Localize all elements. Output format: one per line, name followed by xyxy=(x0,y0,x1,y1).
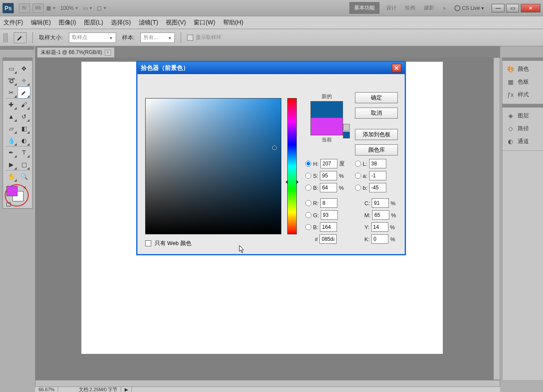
marquee-tool[interactable]: ▭ xyxy=(5,63,18,75)
arrange-dropdown[interactable]: ▭▼ xyxy=(83,5,93,11)
gamut-warning-icon[interactable] xyxy=(343,124,350,131)
s-input[interactable] xyxy=(320,171,337,180)
current-tool-icon[interactable] xyxy=(14,32,27,43)
new-color-swatch[interactable] xyxy=(311,102,343,118)
status-docinfo[interactable]: 文档:2.25M/0 字节 xyxy=(75,386,121,392)
h-input[interactable] xyxy=(320,159,337,168)
gamut-corrected-swatch[interactable] xyxy=(343,132,350,138)
workspace-photo[interactable]: 摄影 xyxy=(424,4,434,12)
cslive-menu[interactable]: CS Live ▾ xyxy=(454,5,484,11)
foreground-color-swatch[interactable] xyxy=(6,186,18,196)
bb-input[interactable] xyxy=(320,222,337,232)
swap-colors-icon[interactable]: ⤭ xyxy=(23,185,28,190)
bv-radio[interactable] xyxy=(305,185,311,191)
path-select-tool[interactable]: ▶ xyxy=(5,159,18,171)
current-color-swatch[interactable] xyxy=(311,118,343,135)
menu-file[interactable]: 文件(F) xyxy=(3,19,23,27)
screenmode-dropdown[interactable]: ▢▼ xyxy=(97,5,107,11)
panel-color[interactable]: 🎨颜色 xyxy=(504,63,541,75)
g-input[interactable] xyxy=(321,210,338,220)
r-radio[interactable] xyxy=(305,200,311,206)
y-input[interactable] xyxy=(371,222,388,232)
default-colors-icon[interactable] xyxy=(6,202,11,206)
move-tool[interactable]: ✥ xyxy=(18,63,30,75)
hue-slider[interactable] xyxy=(287,98,297,234)
lasso-tool[interactable]: ➰ xyxy=(5,75,18,87)
color-swatches[interactable]: ⤭ xyxy=(5,185,30,206)
saturation-brightness-field[interactable] xyxy=(145,98,281,234)
m-input[interactable] xyxy=(372,210,389,220)
minibridge-button[interactable]: Mb xyxy=(33,3,44,13)
menu-select[interactable]: 选择(S) xyxy=(111,19,131,27)
blur-tool[interactable]: 💧 xyxy=(5,135,18,147)
workspace-paint[interactable]: 绘画 xyxy=(405,4,415,12)
k-input[interactable] xyxy=(371,234,388,244)
a-radio[interactable] xyxy=(355,173,361,179)
zoom-tool[interactable]: 🔍 xyxy=(18,171,30,183)
eraser-tool[interactable]: ▱ xyxy=(5,123,18,135)
healing-tool[interactable]: ✚ xyxy=(5,99,18,111)
sample-size-combo[interactable]: 取样点▼ xyxy=(69,33,116,43)
workspace-essentials[interactable]: 基本功能 xyxy=(349,2,379,14)
show-ring-checkbox[interactable] xyxy=(187,35,193,41)
vertical-scrollbar[interactable] xyxy=(493,57,500,380)
menu-help[interactable]: 帮助(H) xyxy=(223,19,243,27)
dialog-title-bar[interactable]: 拾色器（前景色） ✕ xyxy=(137,62,405,74)
hand-tool[interactable]: ✋ xyxy=(5,171,18,183)
dodge-tool[interactable]: ◐ xyxy=(18,135,30,147)
layout-dropdown[interactable]: ▦▼ xyxy=(46,5,56,11)
workspace-more[interactable]: » xyxy=(443,5,446,11)
cancel-button[interactable]: 取消 xyxy=(355,108,398,119)
panel-channels[interactable]: ◐通道 xyxy=(504,135,541,148)
menu-window[interactable]: 窗口(W) xyxy=(194,19,215,27)
stamp-tool[interactable]: ▲ xyxy=(5,111,18,123)
bb-radio[interactable] xyxy=(305,224,311,230)
panel-swatches[interactable]: ▦色板 xyxy=(504,75,541,88)
b-lab-radio[interactable] xyxy=(355,185,361,191)
menu-filter[interactable]: 滤镜(T) xyxy=(139,19,158,27)
quick-select-tool[interactable]: ✧ xyxy=(18,75,30,87)
l-radio[interactable] xyxy=(355,161,361,167)
pen-tool[interactable]: ✒ xyxy=(5,147,18,159)
minimize-button[interactable]: — xyxy=(492,4,504,12)
dialog-close-button[interactable]: ✕ xyxy=(392,64,401,72)
add-swatch-button[interactable]: 添加到色板 xyxy=(355,129,398,140)
panel-layers[interactable]: ◈图层 xyxy=(504,109,541,122)
gradient-tool[interactable]: ◧ xyxy=(18,123,30,135)
tools-header-grip[interactable] xyxy=(0,46,34,50)
color-libraries-button[interactable]: 颜色库 xyxy=(355,144,398,156)
panel-paths[interactable]: ◇路径 xyxy=(504,122,541,135)
zoom-dropdown[interactable]: 100%▼ xyxy=(60,5,79,11)
panel-styles[interactable]: ƒx样式 xyxy=(504,88,541,101)
menu-layer[interactable]: 图层(L) xyxy=(84,19,103,27)
s-radio[interactable] xyxy=(305,173,311,179)
a-input[interactable] xyxy=(369,171,386,180)
sample-combo[interactable]: 所有...▼ xyxy=(140,33,175,43)
bv-input[interactable] xyxy=(320,183,337,192)
menu-image[interactable]: 图像(I) xyxy=(59,19,76,27)
hex-input[interactable] xyxy=(319,234,337,244)
c-input[interactable] xyxy=(372,198,389,208)
b-lab-input[interactable] xyxy=(369,183,386,192)
shape-tool[interactable]: ▢ xyxy=(18,159,30,171)
ok-button[interactable]: 确定 xyxy=(355,92,398,103)
history-brush-tool[interactable]: ↺ xyxy=(18,111,30,123)
maximize-button[interactable]: ▭ xyxy=(506,4,519,12)
eyedropper-tool[interactable] xyxy=(18,87,30,99)
bridge-button[interactable]: Br xyxy=(19,3,30,13)
web-only-checkbox[interactable] xyxy=(145,240,151,246)
r-input[interactable] xyxy=(320,198,337,208)
document-tab[interactable]: 未标题-1 @ 66.7%(RGB/8) × xyxy=(37,47,115,57)
g-radio[interactable] xyxy=(305,212,311,218)
menu-view[interactable]: 视图(V) xyxy=(166,19,186,27)
crop-tool[interactable]: ✂ xyxy=(5,87,18,99)
menu-edit[interactable]: 编辑(E) xyxy=(31,19,51,27)
l-input[interactable] xyxy=(369,159,386,168)
optionsbar-grip[interactable] xyxy=(3,33,8,42)
brush-tool[interactable]: 🖌 xyxy=(18,99,30,111)
workspace-design[interactable]: 设计 xyxy=(386,4,397,12)
type-tool[interactable]: T xyxy=(18,147,30,159)
h-radio[interactable] xyxy=(305,161,311,167)
status-zoom[interactable]: 66.67% xyxy=(35,387,58,392)
document-tab-close-icon[interactable]: × xyxy=(105,50,111,56)
